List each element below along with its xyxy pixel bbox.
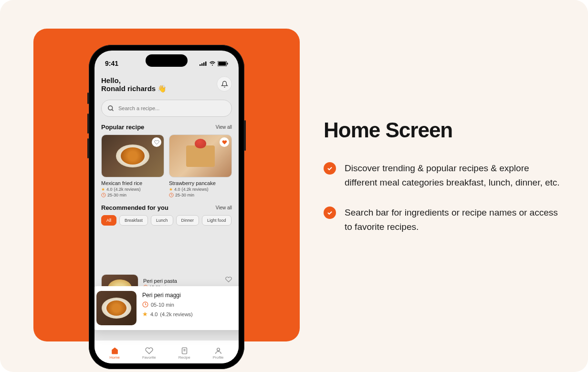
heart-icon: [222, 140, 227, 145]
favorite-button[interactable]: [220, 137, 229, 147]
greeting-name: Ronald richards 👋: [101, 84, 167, 93]
nav-profile[interactable]: Profile: [213, 347, 224, 360]
svg-point-7: [108, 105, 113, 110]
feature-item: Search bar for ingredients or recipe nam…: [324, 206, 562, 235]
phone-frame: 9:41 Hello, Ronald richards 👋: [89, 45, 244, 369]
bottom-nav: Home Favorite Recipe Profile: [94, 341, 239, 363]
recipe-title: Peri peri maggi: [142, 292, 239, 299]
heart-icon[interactable]: [225, 276, 232, 283]
favorite-button[interactable]: [152, 137, 161, 147]
description-panel: Home Screen Discover trending & popular …: [324, 118, 562, 250]
check-icon: [324, 207, 336, 219]
recipe-rating: ★ 4.0 (4.2k reviews): [169, 187, 232, 192]
wifi-icon: [209, 61, 216, 66]
left-showcase-panel: 9:41 Hello, Ronald richards 👋: [33, 29, 300, 341]
bell-icon: [221, 81, 228, 88]
recommended-title: Recommended for you: [101, 204, 168, 211]
svg-line-8: [112, 109, 113, 111]
svg-rect-3: [205, 62, 207, 66]
status-icons: [200, 61, 228, 66]
page-title: Home Screen: [324, 118, 562, 142]
recipe-image: [169, 134, 232, 177]
signal-icon: [200, 61, 207, 66]
recipe-title: Strawberry pancake: [169, 180, 232, 186]
search-icon: [107, 105, 115, 112]
dynamic-island: [146, 54, 188, 67]
nav-recipe[interactable]: Recipe: [178, 347, 190, 360]
search-input[interactable]: [118, 105, 226, 111]
recipe-image: [96, 291, 136, 325]
star-icon: ★: [169, 187, 173, 192]
recipe-time: 25-30 min: [169, 193, 232, 197]
search-bar[interactable]: [101, 100, 232, 117]
clock-icon: [101, 193, 106, 197]
recipe-time: 25-30 min: [101, 193, 164, 197]
feature-text: Discover trending & popular recipes & ex…: [345, 161, 562, 190]
chip-light-food[interactable]: Light food: [202, 215, 231, 226]
recipe-title: Peri peri pasta: [143, 278, 220, 284]
recipe-rating: ★ 4.0 (4.2k reviews): [142, 310, 239, 318]
check-icon: [324, 162, 336, 175]
recommended-view-all[interactable]: View all: [216, 205, 232, 210]
user-icon: [214, 347, 222, 355]
heart-icon: [154, 140, 159, 145]
battery-icon: [218, 61, 228, 66]
feature-text: Search bar for ingredients or recipe nam…: [345, 206, 562, 235]
svg-point-15: [217, 348, 220, 351]
recipe-title: Mexican fried rice: [101, 180, 164, 186]
svg-rect-5: [219, 62, 226, 65]
recipe-rating: ★ 4.0 (4.2k reviews): [101, 187, 164, 192]
heart-icon: [145, 347, 153, 355]
star-icon: ★: [101, 187, 105, 192]
recipe-card[interactable]: Mexican fried rice ★ 4.0 (4.2k reviews) …: [101, 134, 164, 197]
popular-view-all[interactable]: View all: [216, 124, 232, 130]
chip-lunch[interactable]: Lunch: [151, 215, 173, 226]
greeting-hello: Hello,: [101, 76, 167, 84]
category-chips: All Breakfast Lunch Dinner Light food: [101, 215, 232, 226]
svg-rect-0: [200, 64, 201, 66]
chip-all[interactable]: All: [101, 215, 116, 226]
featured-recipe-card[interactable]: Peri peri maggi 05-10 min ★ 4.0 (4.2k re…: [94, 286, 239, 330]
status-time: 9:41: [105, 60, 118, 67]
nav-home[interactable]: Home: [110, 347, 120, 360]
recipe-image: [101, 134, 164, 177]
phone-screen: 9:41 Hello, Ronald richards 👋: [94, 51, 239, 363]
clock-icon: [169, 193, 174, 197]
svg-rect-2: [203, 62, 205, 66]
svg-rect-1: [201, 63, 203, 66]
chip-dinner[interactable]: Dinner: [176, 215, 200, 226]
feature-item: Discover trending & popular recipes & ex…: [324, 161, 562, 190]
notifications-button[interactable]: [217, 76, 232, 92]
chip-breakfast[interactable]: Breakfast: [119, 215, 148, 226]
home-icon: [111, 347, 119, 355]
popular-title: Popular recipe: [101, 124, 144, 131]
greeting: Hello, Ronald richards 👋: [101, 76, 167, 93]
clipboard-icon: [180, 347, 189, 355]
recipe-time: 05-10 min: [142, 301, 239, 308]
clock-icon: [142, 301, 148, 308]
nav-favorite[interactable]: Favorite: [142, 347, 156, 360]
recipe-card[interactable]: Strawberry pancake ★ 4.0 (4.2k reviews) …: [169, 134, 232, 197]
star-icon: ★: [142, 310, 148, 318]
svg-rect-6: [227, 62, 228, 64]
